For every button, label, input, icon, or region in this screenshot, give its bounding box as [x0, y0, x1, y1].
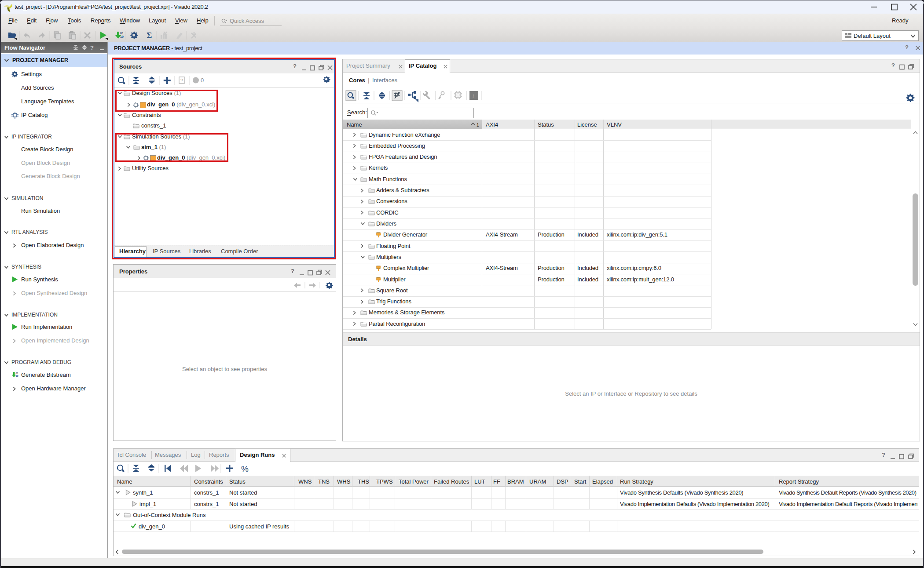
svg-text:Σ: Σ — [147, 31, 152, 40]
svg-text:10: 10 — [15, 375, 18, 377]
svg-text:?: ? — [180, 78, 183, 83]
svg-text:0: 0 — [201, 77, 204, 84]
svg-text:1: 1 — [477, 123, 479, 127]
svg-text:?: ? — [90, 44, 94, 51]
svg-text:01: 01 — [15, 372, 18, 375]
svg-text:%: % — [241, 464, 249, 473]
svg-text:01: 01 — [120, 32, 124, 35]
svg-text:i: i — [473, 93, 474, 99]
svg-text:10: 10 — [120, 35, 124, 38]
